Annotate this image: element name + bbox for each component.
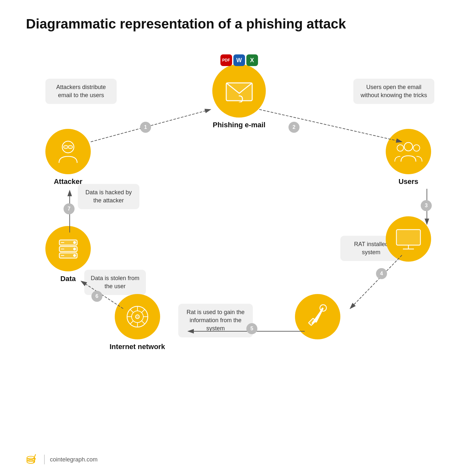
computer-circle (386, 216, 431, 262)
tooltip-step6: Data is stolen from the user (84, 270, 146, 295)
step-6: 6 (91, 291, 102, 302)
tooltip-step1: Attackers distribute email to the users (45, 79, 117, 104)
svg-line-30 (142, 321, 145, 324)
app-icons: PDF W X (220, 54, 258, 66)
computer-icon (394, 227, 423, 251)
data-label: Data (60, 275, 76, 283)
users-circle (386, 129, 431, 174)
svg-rect-21 (309, 318, 316, 326)
svg-line-32 (130, 321, 133, 324)
svg-point-16 (413, 145, 420, 151)
network-icon (123, 302, 152, 331)
step-5: 5 (246, 323, 257, 334)
footer-divider (44, 455, 45, 464)
step-1: 1 (140, 122, 151, 133)
svg-line-29 (130, 309, 133, 312)
cointelegraph-logo-icon (26, 453, 39, 464)
tooltip-step2: Users open the email without knowing the… (353, 79, 434, 104)
svg-line-5 (350, 255, 402, 309)
svg-point-14 (404, 142, 413, 151)
tooltip-step5: Rat is used to gain the information from… (178, 304, 253, 337)
node-network: Internet network (110, 294, 165, 351)
step-3: 3 (421, 200, 432, 211)
tools-icon (303, 302, 332, 331)
step-2: 2 (288, 122, 300, 133)
node-attacker: Attacker (45, 129, 91, 186)
attacker-icon (55, 139, 81, 164)
node-email: PDF W X Phishing e-mail (212, 64, 266, 129)
svg-point-11 (64, 145, 68, 149)
email-label: Phishing e-mail (213, 121, 265, 129)
envelope-icon (225, 80, 254, 102)
svg-rect-17 (396, 230, 420, 245)
svg-point-15 (397, 145, 404, 151)
node-data: Data (45, 226, 91, 283)
rat-circle (295, 294, 340, 339)
data-icon (54, 235, 82, 263)
users-icon (394, 140, 423, 164)
svg-line-31 (142, 309, 145, 312)
node-rat (295, 294, 340, 339)
attacker-label: Attacker (54, 177, 82, 186)
network-label: Internet network (110, 343, 165, 351)
attacker-circle (45, 129, 91, 174)
svg-point-35 (74, 242, 76, 244)
data-circle (45, 226, 91, 271)
step-4: 4 (376, 268, 387, 279)
email-circle: PDF W X (212, 64, 266, 118)
svg-point-38 (74, 248, 76, 250)
page: Diagrammatic representation of a phishin… (0, 0, 470, 476)
network-circle (115, 294, 160, 339)
node-computer (386, 216, 431, 262)
footer: cointelegraph.com (26, 453, 98, 466)
svg-point-12 (68, 145, 73, 149)
node-users: Users (386, 129, 431, 186)
diagram-area: Attackers distribute email to the users … (26, 45, 444, 449)
footer-site: cointelegraph.com (50, 456, 98, 463)
users-label: Users (398, 177, 418, 186)
excel-icon: X (246, 54, 258, 66)
svg-line-3 (259, 109, 402, 142)
page-title: Diagrammatic representation of a phishin… (26, 16, 444, 32)
pdf-icon: PDF (220, 54, 232, 66)
step-7: 7 (64, 203, 75, 214)
word-icon: W (233, 54, 245, 66)
svg-point-24 (135, 315, 139, 319)
footer-logo-icon (26, 453, 39, 466)
svg-point-41 (74, 255, 76, 256)
tooltip-step7: Data is hacked by the attacker (78, 184, 139, 209)
